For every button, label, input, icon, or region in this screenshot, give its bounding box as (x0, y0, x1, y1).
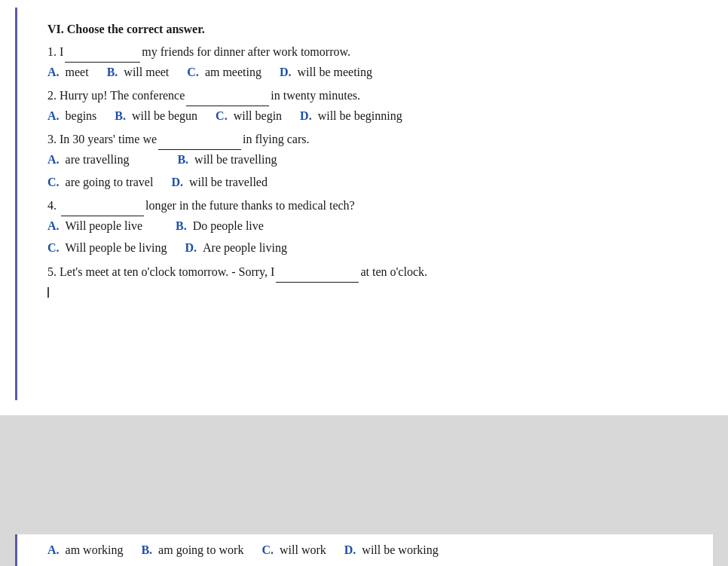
q3-a-text: are travelling (66, 153, 130, 166)
q1-d-label: D. (280, 66, 292, 78)
q4-blank (61, 196, 144, 216)
q4-d-label: D. (185, 241, 197, 254)
q4-a-text: Will people live (66, 219, 142, 232)
q5-c-label: C. (262, 543, 274, 556)
page-container: VI. Choose the correct answer. 1. I my f… (0, 0, 728, 566)
q3-number: 3. In 30 years' time we (47, 133, 157, 145)
q5-d-label: D. (344, 543, 356, 556)
question-1: 1. I my friends for dinner after work to… (47, 42, 683, 81)
q2-c-text: will begin (234, 109, 282, 122)
q2-c-label: C. (216, 109, 228, 122)
q1-answers: A.meet B.will meet C.am meeting D.will b… (47, 63, 683, 82)
q5-suffix: at ten o'clock. (360, 265, 427, 278)
q5-prefix: 5. Let's meet at ten o'clock tomorrow. -… (47, 265, 274, 278)
question-2: 2. Hurry up! The conference in twenty mi… (47, 86, 683, 125)
text-cursor (47, 287, 49, 298)
q3-c-text: are going to travel (66, 176, 154, 188)
q2-d-label: D. (300, 109, 312, 122)
q3-c-label: C. (47, 176, 60, 188)
q1-c-label: C. (187, 66, 199, 78)
q2-suffix: in twenty minutes. (271, 89, 360, 102)
q4-a-label: A. (47, 219, 60, 232)
question-2-text: 2. Hurry up! The conference in twenty mi… (47, 86, 683, 106)
question-3: 3. In 30 years' time we in flying cars. … (47, 130, 683, 191)
q3-b-label: B. (177, 153, 188, 166)
q3-d-label: D. (171, 176, 183, 188)
q2-b-label: B. (115, 109, 126, 122)
question-3-text: 3. In 30 years' time we in flying cars. (47, 130, 683, 150)
q2-blank (186, 86, 269, 106)
q2-b-text: will be begun (132, 109, 197, 122)
q1-c-text: am meeting (205, 66, 262, 78)
content-area: VI. Choose the correct answer. 1. I my f… (15, 8, 713, 400)
q3-b-text: will be travelling (194, 153, 277, 166)
q5-c-text: will work (280, 543, 326, 556)
q5-a-text: am working (66, 543, 124, 556)
q1-blank (65, 42, 140, 63)
q4-c-label: C. (47, 241, 60, 254)
question-4: 4. longer in the future thanks to medica… (47, 196, 683, 258)
q4-d-text: Are people living (203, 241, 287, 254)
q5-d-text: will be working (362, 543, 438, 556)
q5-b-text: am going to work (158, 543, 243, 556)
q1-a-label: A. (47, 66, 60, 78)
q5-answers: A.am working B.am going to work C.will w… (15, 534, 713, 566)
q5-a-label: A. (47, 543, 60, 556)
q3-blank (158, 130, 241, 150)
cursor-area (47, 287, 683, 302)
q4-b-text: Do people live (193, 219, 264, 232)
q5-b-label: B. (141, 543, 152, 556)
q4-number: 4. (47, 199, 60, 212)
q4-answers-row2: C.Will people be living D.Are people liv… (47, 238, 683, 258)
question-5-text: 5. Let's meet at ten o'clock tomorrow. -… (47, 262, 683, 283)
q1-d-text: will be meeting (298, 66, 373, 78)
q2-number: 2. Hurry up! The conference (47, 89, 185, 102)
q1-number: 1. I (47, 45, 63, 58)
q3-a-label: A. (47, 153, 60, 166)
bottom-area: A.am working B.am going to work C.will w… (0, 415, 728, 566)
q5-blank (276, 262, 359, 283)
q3-d-text: will be travelled (189, 176, 268, 188)
question-1-text: 1. I my friends for dinner after work to… (47, 42, 683, 63)
q3-answers-row1: A.are travelling B.will be travelling (47, 150, 683, 170)
q1-b-text: will meet (124, 66, 169, 78)
q2-answers: A.begins B.will be begun C.will begin D.… (47, 106, 683, 126)
q2-a-text: begins (66, 109, 97, 122)
question-4-text: 4. longer in the future thanks to medica… (47, 196, 683, 216)
question-5: 5. Let's meet at ten o'clock tomorrow. -… (47, 262, 683, 283)
q1-a-text: meet (66, 66, 89, 78)
q1-b-label: B. (107, 66, 118, 78)
q2-d-text: will be beginning (318, 109, 402, 122)
q4-c-text: Will people be living (66, 241, 167, 254)
section-title: VI. Choose the correct answer. (47, 23, 683, 36)
q2-a-label: A. (47, 109, 60, 122)
q4-suffix: longer in the future thanks to medical t… (145, 199, 355, 212)
q4-b-label: B. (176, 219, 187, 232)
q4-answers-row1: A.Will people live B.Do people live (47, 216, 683, 236)
q1-suffix: my friends for dinner after work tomorro… (142, 45, 350, 58)
q3-suffix: in flying cars. (243, 133, 309, 145)
q3-answers-row2: C.are going to travel D.will be travelle… (47, 173, 683, 192)
